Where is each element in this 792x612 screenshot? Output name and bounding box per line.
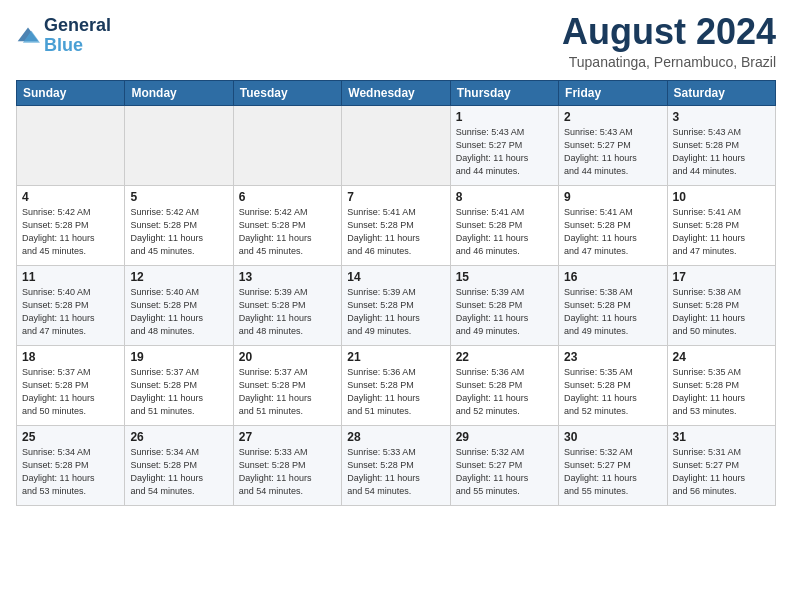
day-info: Sunrise: 5:33 AMSunset: 5:28 PMDaylight:… xyxy=(239,446,336,498)
day-number: 15 xyxy=(456,270,553,284)
day-info: Sunrise: 5:39 AMSunset: 5:28 PMDaylight:… xyxy=(239,286,336,338)
header: General Blue August 2024 Tupanatinga, Pe… xyxy=(16,12,776,70)
day-cell: 28Sunrise: 5:33 AMSunset: 5:28 PMDayligh… xyxy=(342,425,450,505)
day-cell: 11Sunrise: 5:40 AMSunset: 5:28 PMDayligh… xyxy=(17,265,125,345)
week-row-5: 25Sunrise: 5:34 AMSunset: 5:28 PMDayligh… xyxy=(17,425,776,505)
calendar-page: General Blue August 2024 Tupanatinga, Pe… xyxy=(0,0,792,522)
day-cell: 19Sunrise: 5:37 AMSunset: 5:28 PMDayligh… xyxy=(125,345,233,425)
day-header-tuesday: Tuesday xyxy=(233,80,341,105)
logo-text: General Blue xyxy=(44,16,111,56)
day-cell: 31Sunrise: 5:31 AMSunset: 5:27 PMDayligh… xyxy=(667,425,775,505)
day-cell: 21Sunrise: 5:36 AMSunset: 5:28 PMDayligh… xyxy=(342,345,450,425)
day-number: 27 xyxy=(239,430,336,444)
calendar-subtitle: Tupanatinga, Pernambuco, Brazil xyxy=(562,54,776,70)
day-cell: 8Sunrise: 5:41 AMSunset: 5:28 PMDaylight… xyxy=(450,185,558,265)
day-info: Sunrise: 5:43 AMSunset: 5:28 PMDaylight:… xyxy=(673,126,770,178)
day-info: Sunrise: 5:35 AMSunset: 5:28 PMDaylight:… xyxy=(673,366,770,418)
day-cell: 15Sunrise: 5:39 AMSunset: 5:28 PMDayligh… xyxy=(450,265,558,345)
title-block: August 2024 Tupanatinga, Pernambuco, Bra… xyxy=(562,12,776,70)
day-info: Sunrise: 5:40 AMSunset: 5:28 PMDaylight:… xyxy=(22,286,119,338)
day-info: Sunrise: 5:41 AMSunset: 5:28 PMDaylight:… xyxy=(456,206,553,258)
day-info: Sunrise: 5:40 AMSunset: 5:28 PMDaylight:… xyxy=(130,286,227,338)
day-number: 31 xyxy=(673,430,770,444)
logo-line2: Blue xyxy=(44,36,111,56)
day-number: 25 xyxy=(22,430,119,444)
week-row-2: 4Sunrise: 5:42 AMSunset: 5:28 PMDaylight… xyxy=(17,185,776,265)
day-cell: 18Sunrise: 5:37 AMSunset: 5:28 PMDayligh… xyxy=(17,345,125,425)
day-cell: 4Sunrise: 5:42 AMSunset: 5:28 PMDaylight… xyxy=(17,185,125,265)
day-info: Sunrise: 5:36 AMSunset: 5:28 PMDaylight:… xyxy=(347,366,444,418)
day-cell: 29Sunrise: 5:32 AMSunset: 5:27 PMDayligh… xyxy=(450,425,558,505)
day-cell: 24Sunrise: 5:35 AMSunset: 5:28 PMDayligh… xyxy=(667,345,775,425)
day-cell: 20Sunrise: 5:37 AMSunset: 5:28 PMDayligh… xyxy=(233,345,341,425)
day-info: Sunrise: 5:39 AMSunset: 5:28 PMDaylight:… xyxy=(347,286,444,338)
day-number: 16 xyxy=(564,270,661,284)
day-cell: 1Sunrise: 5:43 AMSunset: 5:27 PMDaylight… xyxy=(450,105,558,185)
day-number: 18 xyxy=(22,350,119,364)
day-info: Sunrise: 5:42 AMSunset: 5:28 PMDaylight:… xyxy=(239,206,336,258)
day-number: 8 xyxy=(456,190,553,204)
day-cell: 26Sunrise: 5:34 AMSunset: 5:28 PMDayligh… xyxy=(125,425,233,505)
logo-line1: General xyxy=(44,16,111,36)
day-cell xyxy=(17,105,125,185)
day-cell: 2Sunrise: 5:43 AMSunset: 5:27 PMDaylight… xyxy=(559,105,667,185)
day-cell: 27Sunrise: 5:33 AMSunset: 5:28 PMDayligh… xyxy=(233,425,341,505)
day-number: 30 xyxy=(564,430,661,444)
day-info: Sunrise: 5:35 AMSunset: 5:28 PMDaylight:… xyxy=(564,366,661,418)
day-number: 29 xyxy=(456,430,553,444)
day-number: 23 xyxy=(564,350,661,364)
days-header-row: SundayMondayTuesdayWednesdayThursdayFrid… xyxy=(17,80,776,105)
day-cell: 10Sunrise: 5:41 AMSunset: 5:28 PMDayligh… xyxy=(667,185,775,265)
day-header-sunday: Sunday xyxy=(17,80,125,105)
day-cell: 9Sunrise: 5:41 AMSunset: 5:28 PMDaylight… xyxy=(559,185,667,265)
day-number: 5 xyxy=(130,190,227,204)
day-info: Sunrise: 5:41 AMSunset: 5:28 PMDaylight:… xyxy=(347,206,444,258)
day-info: Sunrise: 5:34 AMSunset: 5:28 PMDaylight:… xyxy=(130,446,227,498)
day-info: Sunrise: 5:37 AMSunset: 5:28 PMDaylight:… xyxy=(239,366,336,418)
day-number: 24 xyxy=(673,350,770,364)
day-number: 19 xyxy=(130,350,227,364)
day-info: Sunrise: 5:31 AMSunset: 5:27 PMDaylight:… xyxy=(673,446,770,498)
day-info: Sunrise: 5:34 AMSunset: 5:28 PMDaylight:… xyxy=(22,446,119,498)
day-header-wednesday: Wednesday xyxy=(342,80,450,105)
day-header-thursday: Thursday xyxy=(450,80,558,105)
day-info: Sunrise: 5:39 AMSunset: 5:28 PMDaylight:… xyxy=(456,286,553,338)
day-number: 3 xyxy=(673,110,770,124)
day-cell: 14Sunrise: 5:39 AMSunset: 5:28 PMDayligh… xyxy=(342,265,450,345)
day-number: 11 xyxy=(22,270,119,284)
day-number: 4 xyxy=(22,190,119,204)
day-number: 12 xyxy=(130,270,227,284)
day-info: Sunrise: 5:41 AMSunset: 5:28 PMDaylight:… xyxy=(564,206,661,258)
day-number: 20 xyxy=(239,350,336,364)
day-cell: 30Sunrise: 5:32 AMSunset: 5:27 PMDayligh… xyxy=(559,425,667,505)
day-info: Sunrise: 5:42 AMSunset: 5:28 PMDaylight:… xyxy=(130,206,227,258)
calendar-table: SundayMondayTuesdayWednesdayThursdayFrid… xyxy=(16,80,776,506)
week-row-1: 1Sunrise: 5:43 AMSunset: 5:27 PMDaylight… xyxy=(17,105,776,185)
day-cell: 7Sunrise: 5:41 AMSunset: 5:28 PMDaylight… xyxy=(342,185,450,265)
day-header-monday: Monday xyxy=(125,80,233,105)
day-cell: 22Sunrise: 5:36 AMSunset: 5:28 PMDayligh… xyxy=(450,345,558,425)
day-info: Sunrise: 5:37 AMSunset: 5:28 PMDaylight:… xyxy=(130,366,227,418)
day-cell: 12Sunrise: 5:40 AMSunset: 5:28 PMDayligh… xyxy=(125,265,233,345)
day-number: 9 xyxy=(564,190,661,204)
day-cell: 16Sunrise: 5:38 AMSunset: 5:28 PMDayligh… xyxy=(559,265,667,345)
day-cell: 3Sunrise: 5:43 AMSunset: 5:28 PMDaylight… xyxy=(667,105,775,185)
day-info: Sunrise: 5:42 AMSunset: 5:28 PMDaylight:… xyxy=(22,206,119,258)
day-number: 7 xyxy=(347,190,444,204)
day-number: 1 xyxy=(456,110,553,124)
day-number: 6 xyxy=(239,190,336,204)
calendar-title: August 2024 xyxy=(562,12,776,52)
day-header-saturday: Saturday xyxy=(667,80,775,105)
day-info: Sunrise: 5:41 AMSunset: 5:28 PMDaylight:… xyxy=(673,206,770,258)
day-info: Sunrise: 5:32 AMSunset: 5:27 PMDaylight:… xyxy=(564,446,661,498)
day-info: Sunrise: 5:37 AMSunset: 5:28 PMDaylight:… xyxy=(22,366,119,418)
day-number: 13 xyxy=(239,270,336,284)
logo: General Blue xyxy=(16,16,111,56)
day-cell xyxy=(233,105,341,185)
day-info: Sunrise: 5:32 AMSunset: 5:27 PMDaylight:… xyxy=(456,446,553,498)
day-number: 22 xyxy=(456,350,553,364)
day-number: 2 xyxy=(564,110,661,124)
day-number: 10 xyxy=(673,190,770,204)
day-info: Sunrise: 5:43 AMSunset: 5:27 PMDaylight:… xyxy=(564,126,661,178)
day-number: 17 xyxy=(673,270,770,284)
